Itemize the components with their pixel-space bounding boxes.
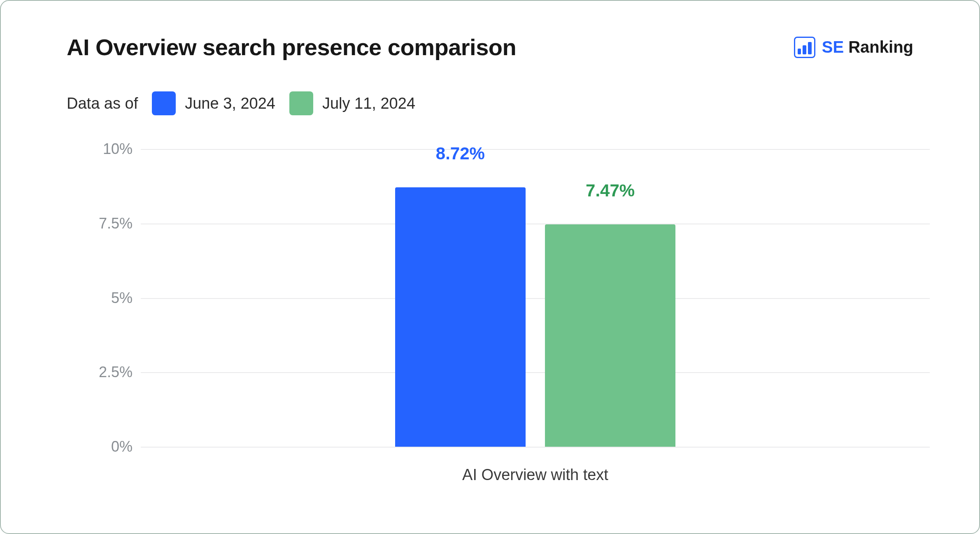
- bar-chart-icon: [794, 37, 815, 58]
- chart: 0%2.5%5%7.5%10% 8.72%7.47% AI Overview w…: [67, 149, 930, 484]
- brand-logo: SE Ranking: [794, 37, 913, 58]
- legend-swatch-0: [152, 91, 176, 115]
- bar-series-0: [395, 187, 525, 447]
- legend-swatch-1: [289, 91, 313, 115]
- chart-title: AI Overview search presence comparison: [67, 34, 516, 61]
- legend-label-1: July 11, 2024: [322, 95, 415, 112]
- brand-name: SE Ranking: [822, 38, 913, 56]
- y-tick-label: 7.5%: [67, 215, 133, 232]
- bar-value-label: 7.47%: [586, 181, 635, 201]
- legend-item-1: July 11, 2024: [289, 91, 415, 115]
- y-tick-label: 0%: [67, 438, 133, 455]
- x-category-label: AI Overview with text: [141, 466, 930, 484]
- y-tick-label: 2.5%: [67, 364, 133, 381]
- plot-area: 0%2.5%5%7.5%10% 8.72%7.47%: [141, 149, 930, 447]
- y-tick-label: 5%: [67, 289, 133, 307]
- legend-prefix: Data as of: [67, 95, 138, 112]
- bar-series-1: [545, 224, 675, 447]
- bars: 8.72%7.47%: [141, 149, 930, 447]
- chart-card: AI Overview search presence comparison S…: [0, 0, 980, 534]
- legend-label-0: June 3, 2024: [185, 95, 275, 112]
- y-tick-label: 10%: [67, 140, 133, 158]
- legend-item-0: June 3, 2024: [152, 91, 275, 115]
- legend: Data as of June 3, 2024 July 11, 2024: [67, 91, 415, 115]
- bar-value-label: 8.72%: [436, 144, 485, 163]
- gridline: [141, 447, 930, 448]
- header: AI Overview search presence comparison S…: [67, 34, 913, 61]
